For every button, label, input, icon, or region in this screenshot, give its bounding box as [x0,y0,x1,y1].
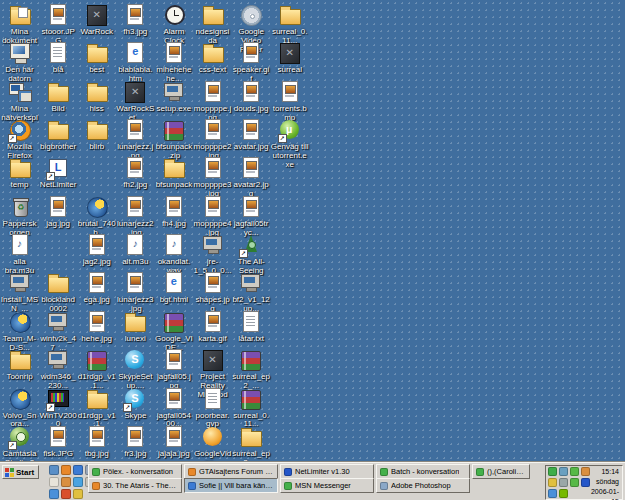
desktop-icon[interactable]: bf2_v1_12up... [232,271,270,314]
desktop-icon[interactable]: jagfall05400... [155,387,193,430]
taskbar-button[interactable]: Batch - konversation [376,464,470,479]
show-desktop-icon[interactable] [49,465,59,475]
desktop-icon[interactable]: temp [1,156,39,190]
desktop-icon[interactable]: WarRock [78,3,116,37]
desktop-icon[interactable]: Mina dokument [1,3,39,46]
media-player-icon[interactable] [49,489,59,499]
network-tray-icon[interactable] [559,467,568,476]
desktop-icon[interactable]: fh2.jpg [116,156,154,190]
desktop-icon[interactable]: blå [39,41,77,75]
desktop-icon[interactable]: ndesignsida [194,3,232,46]
desktop-icon[interactable]: tbg.jpg [78,425,116,459]
desktop-icon[interactable]: bfsunpack.zip [155,118,193,161]
display-tray-icon[interactable] [559,489,568,498]
msn-tray-icon[interactable] [570,478,579,487]
desktop-icon[interactable]: fisk.JPG [39,425,77,459]
desktop-icon[interactable]: fh3.jpg [116,3,154,37]
netlimiter-tray-icon[interactable] [581,478,590,487]
desktop-icon[interactable]: poorbear.gvp [194,387,232,430]
desktop-icon[interactable]: blirb [78,118,116,152]
desktop-icon[interactable]: Google_VIDE... [155,310,193,353]
desktop-icon[interactable]: Volvo_Snora... [1,387,39,430]
desktop-icon[interactable]: NetLimiter [39,156,77,190]
desktop-icon[interactable]: bgt.html [155,271,193,305]
desktop-icon[interactable]: jagfall05tryc... [232,195,270,238]
desktop-icon[interactable]: Skype [116,387,154,421]
desktop-icon[interactable]: brutal_740_b... [78,195,116,238]
desktop-icon[interactable]: best [78,41,116,75]
desktop-icon[interactable]: moppppe3.jpg [194,156,232,199]
taskbar-button[interactable]: GTAisajtens Forum -> Du... [184,464,278,479]
paint-icon[interactable] [61,477,71,487]
desktop-icon[interactable]: karta.gif [194,310,232,344]
desktop-icon[interactable]: fr3.jpg [116,425,154,459]
desktop-icon[interactable]: Genväg till utorrent.exe [271,118,309,170]
desktop-icon[interactable]: moppppe.jpg [194,80,232,123]
desktop-icon[interactable]: WarRockSet... [116,80,154,123]
desktop-icon[interactable]: avatar2.jpg [232,156,270,199]
utorrent-tray-icon[interactable] [548,467,557,476]
desktop-icon[interactable]: hehe.jpg [78,310,116,344]
device-tray-icon[interactable] [559,478,568,487]
mail-icon[interactable] [61,489,71,499]
desktop-icon[interactable]: okandlat.wav [155,233,193,276]
start-button[interactable]: Start [2,465,39,479]
desktop-icon[interactable]: setup.exe [155,80,193,114]
desktop-icon[interactable]: shapes.jpg [194,271,232,314]
volume-tray-icon[interactable] [548,489,557,498]
desktop-icon[interactable]: avatar.jpg [232,118,270,152]
taskbar-button[interactable]: 30. The Ataris - The Her... [88,478,182,493]
desktop-icon[interactable]: stooor.JPG [39,3,77,46]
desktop-icon[interactable]: lunarjezz2.jpg [116,195,154,238]
app-tray-icon[interactable] [581,467,590,476]
desktop-icon[interactable]: jag2.jpg [78,233,116,267]
notepad-icon[interactable] [49,477,59,487]
desktop-icon[interactable]: Den här datorn [1,41,39,84]
desktop-icon[interactable]: alt.m3u [116,233,154,267]
desktop-icon[interactable]: Install_MSN_... [1,271,39,314]
desktop-icon[interactable]: fh4.jpg [155,195,193,229]
desktop-icon[interactable]: speaker.gif [232,41,270,84]
taskbar-button[interactable]: MSN Messenger [280,478,374,493]
messenger-icon[interactable] [73,465,83,475]
taskbar-button[interactable]: Adobe Photoshop [376,478,470,493]
media-icon[interactable] [73,477,83,487]
antivirus-tray-icon[interactable] [570,467,579,476]
desktop-icon[interactable]: moppppe4.jpg [194,195,232,238]
taskbar-button[interactable]: Pölex. - konversation [88,464,182,479]
desktop-icon[interactable]: surreal [271,41,309,75]
desktop-icon[interactable]: Bild [39,80,77,114]
desktop-icon[interactable]: douds.jpg [232,80,270,114]
desktop-icon[interactable]: hiss [78,80,116,114]
desktop-icon[interactable]: Mozilla Firefox [1,118,39,161]
desktop-icon[interactable]: Toonrip [1,348,39,382]
desktop-icon[interactable]: surreal_0.11... [232,387,270,430]
browser-icon[interactable] [61,465,71,475]
desktop-icon[interactable]: wdm346_230... [39,348,77,391]
desktop-icon[interactable]: låtar.txt [232,310,270,344]
desktop-icon[interactable]: lunarjezz3.jpg [116,271,154,314]
desktop-icon[interactable]: Papperskorgen [1,195,39,238]
desktop-icon[interactable]: ega.jpg [78,271,116,305]
clock[interactable]: 15:14 söndag 2006-01-15 [590,466,622,499]
desktop-icon[interactable]: jag.jpg [39,195,77,229]
desktop-icon[interactable]: lunexi [116,310,154,344]
desktop-icon[interactable]: Alarm Clock [155,3,193,46]
desktop-icon[interactable]: torrents.bmp [271,80,309,123]
desktop-icon[interactable]: bfsunpack [155,156,193,190]
desktop-icon[interactable]: lunarjezz.jpg [116,118,154,161]
desktop-icon[interactable]: alla bra.m3u [1,233,39,276]
key-tray-icon[interactable] [548,478,557,487]
desktop-icon[interactable]: surreal_ep2_... [232,348,270,391]
taskbar-button[interactable]: (),(Caroline(L)Kin(L)-----... [472,464,530,479]
desktop-icon[interactable]: moppppe2.jpg [194,118,232,161]
desktop-icon[interactable]: bigbrother [39,118,77,152]
desktop-icon[interactable]: jre-1_5_0_0... [194,233,232,276]
desktop-icon[interactable]: d1rdgp_v1.1... [78,348,116,391]
desktop-icon[interactable]: WinTV2000 [39,387,77,430]
desktop-icon[interactable]: Team_M-D-S... [1,310,39,353]
desktop-icon[interactable]: d1rdgp_v1.1 [78,387,116,430]
desktop-icon[interactable]: mihehehehe... [155,41,193,84]
desktop-icon[interactable]: surreal_0.11... [271,3,309,46]
desktop-icon[interactable]: blablabla.htm [116,41,154,84]
